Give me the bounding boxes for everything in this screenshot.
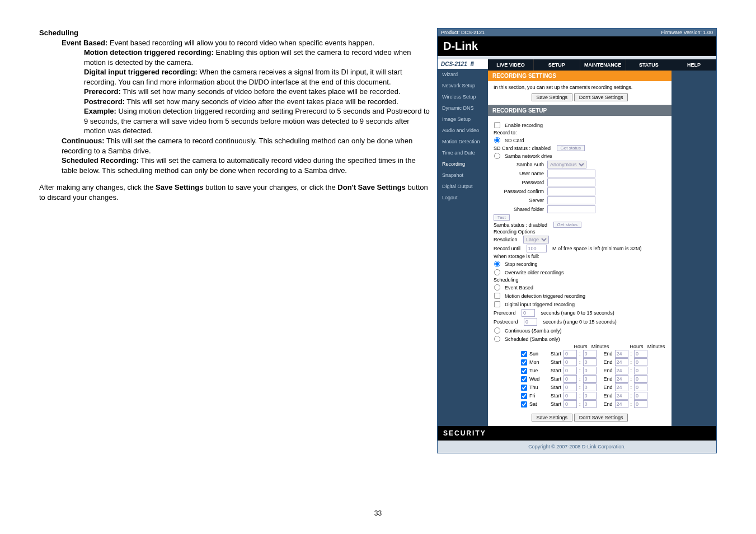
dont-save-settings-button-bottom[interactable]: Don't Save Settings [574, 414, 628, 421]
footer-security: SECURITY [438, 426, 716, 441]
end-hours-input[interactable] [615, 375, 628, 383]
end-hours-input[interactable] [615, 350, 628, 358]
overwrite-radio[interactable] [494, 269, 500, 275]
tab-setup[interactable]: SETUP [534, 59, 580, 71]
sidebar-item-logout[interactable]: Logout [438, 192, 488, 203]
tab-maintenance[interactable]: MAINTENANCE [580, 59, 626, 71]
label-motion: Motion detection triggered recording: [84, 48, 214, 57]
resolution-select[interactable]: Large [523, 236, 549, 243]
sd-get-status-button[interactable]: Get status [557, 145, 585, 151]
prerecord-input[interactable] [522, 309, 535, 317]
day-checkbox[interactable] [521, 359, 527, 365]
sidebar-item-time-date[interactable]: Time and Date [438, 147, 488, 158]
start-minutes-input[interactable] [583, 367, 597, 374]
recording-setup-title: RECORDING SETUP [488, 105, 672, 116]
end-minutes-input[interactable] [634, 400, 647, 408]
continuous-radio[interactable] [494, 327, 500, 334]
day-checkbox[interactable] [521, 350, 527, 357]
day-checkbox[interactable] [521, 376, 527, 382]
start-hours-input[interactable] [564, 375, 577, 383]
schedule-row: ThuStart : End : [520, 383, 666, 391]
start-hours-input[interactable] [564, 358, 577, 366]
label-postrecord: Postrecord: [84, 97, 125, 106]
start-hours-input[interactable] [564, 367, 577, 374]
start-minutes-input[interactable] [583, 350, 597, 358]
day-checkbox[interactable] [521, 384, 527, 390]
record-until-input[interactable] [527, 245, 547, 252]
sidebar-item-snapshot[interactable]: Snapshot [438, 170, 488, 181]
tab-live-video[interactable]: LIVE VIDEO [488, 59, 534, 71]
start-minutes-input[interactable] [583, 358, 597, 366]
tab-status[interactable]: STATUS [626, 59, 672, 71]
password-input[interactable] [547, 179, 595, 186]
sidebar-item-wireless-setup[interactable]: Wireless Setup [438, 91, 488, 102]
sidebar-item-audio-video[interactable]: Audio and Video [438, 125, 488, 136]
start-minutes-input[interactable] [583, 392, 597, 400]
label-scheduled: Scheduled Recording: [62, 156, 139, 165]
sd-card-radio[interactable] [494, 137, 500, 143]
end-hours-input[interactable] [615, 358, 628, 366]
end-minutes-input[interactable] [634, 383, 647, 391]
samba-get-status-button[interactable]: Get status [553, 222, 581, 228]
end-minutes-input[interactable] [634, 367, 647, 374]
sidebar: DCS-2121/// Wizard Network Setup Wireles… [438, 59, 488, 426]
label-continuous: Continuous: [62, 137, 105, 145]
tab-help[interactable]: HELP [672, 59, 716, 71]
firmware-label: Firmware Version: 1.00 [661, 30, 713, 35]
motion-triggered-checkbox[interactable] [494, 293, 500, 299]
sidebar-item-wizard[interactable]: Wizard [438, 69, 488, 80]
label-event-based: Event Based: [62, 39, 107, 47]
shared-folder-input[interactable] [547, 205, 595, 213]
label-di: Digital input triggered recording: [84, 68, 198, 76]
save-settings-button-bottom[interactable]: Save Settings [532, 414, 573, 421]
record-to-label: Record to: [494, 130, 666, 135]
day-checkbox[interactable] [521, 392, 527, 399]
schedule-row: WedStart : End : [520, 375, 666, 383]
schedule-row: SunStart : End : [520, 350, 666, 358]
copyright: Copyright © 2007-2008 D-Link Corporation… [438, 441, 716, 453]
start-minutes-input[interactable] [583, 400, 597, 408]
start-hours-input[interactable] [564, 350, 577, 358]
day-checkbox[interactable] [521, 367, 527, 373]
schedule-row: MonStart : End : [520, 358, 666, 366]
end-hours-input[interactable] [615, 367, 628, 374]
start-minutes-input[interactable] [583, 375, 597, 383]
dlink-logo: D-Link [443, 40, 478, 52]
sidebar-item-dynamic-dns[interactable]: Dynamic DNS [438, 102, 488, 114]
username-input[interactable] [547, 170, 595, 177]
section-description: In this section, you can set up the came… [494, 85, 666, 90]
enable-recording-checkbox[interactable] [494, 122, 500, 128]
sidebar-item-network-setup[interactable]: Network Setup [438, 80, 488, 91]
end-hours-input[interactable] [615, 383, 628, 391]
end-minutes-input[interactable] [634, 375, 647, 383]
end-minutes-input[interactable] [634, 358, 647, 366]
dont-save-settings-button[interactable]: Don't Save Settings [574, 93, 628, 101]
day-checkbox[interactable] [521, 401, 527, 407]
di-triggered-checkbox[interactable] [494, 301, 500, 307]
schedule-row: FriStart : End : [520, 392, 666, 400]
end-hours-input[interactable] [615, 400, 628, 408]
start-minutes-input[interactable] [583, 383, 597, 391]
stop-recording-radio[interactable] [494, 261, 500, 267]
samba-auth-select[interactable]: Anonymous [547, 161, 586, 168]
sidebar-item-digital-output[interactable]: Digital Output [438, 181, 488, 192]
start-hours-input[interactable] [564, 400, 577, 408]
sidebar-item-recording[interactable]: Recording [438, 158, 488, 170]
app-screenshot: Product: DCS-2121 Firmware Version: 1.00… [437, 28, 717, 453]
start-hours-input[interactable] [564, 392, 577, 400]
sidebar-item-image-setup[interactable]: Image Setup [438, 114, 488, 125]
start-hours-input[interactable] [564, 383, 577, 391]
event-based-radio[interactable] [494, 284, 500, 291]
end-hours-input[interactable] [615, 392, 628, 400]
test-button[interactable]: Test [494, 214, 510, 221]
end-minutes-input[interactable] [634, 392, 647, 400]
sidebar-item-motion-detection[interactable]: Motion Detection [438, 136, 488, 147]
end-minutes-input[interactable] [634, 350, 647, 358]
server-input[interactable] [547, 196, 595, 204]
save-settings-button[interactable]: Save Settings [532, 93, 573, 101]
password-confirm-input[interactable] [547, 188, 595, 195]
postrecord-input[interactable] [524, 318, 537, 326]
scheduled-radio[interactable] [494, 336, 500, 342]
samba-radio[interactable] [494, 153, 500, 159]
heading-scheduling: Scheduling [39, 29, 78, 37]
